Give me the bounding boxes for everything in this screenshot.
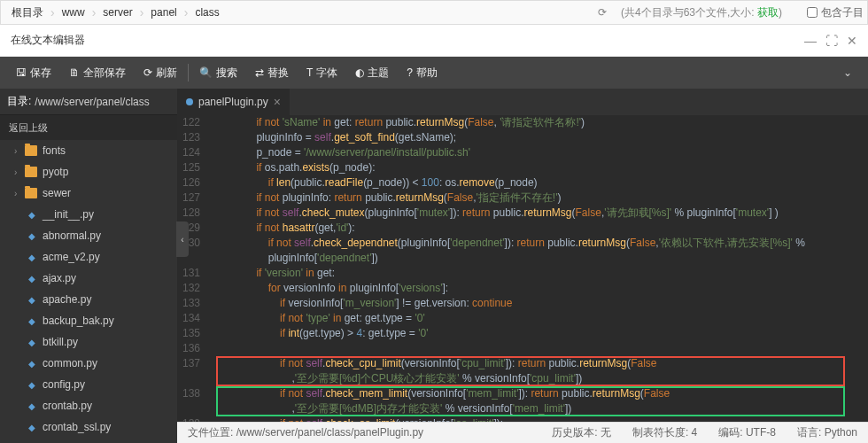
python-icon: ◆ bbox=[27, 294, 37, 305]
python-icon: ◆ bbox=[27, 337, 37, 347]
modal-title: 在线文本编辑器 bbox=[11, 33, 85, 48]
get-size-link[interactable]: 获取 bbox=[757, 6, 779, 19]
include-subdir[interactable]: 包含子目 bbox=[807, 5, 864, 20]
file-config-py[interactable]: ◆config.py bbox=[0, 374, 177, 395]
file-apache-py[interactable]: ◆apache.py bbox=[0, 289, 177, 310]
chevron-right-icon: › bbox=[14, 167, 23, 177]
file-data-py[interactable]: ◆data.py bbox=[0, 438, 177, 443]
file-crontab_ssl-py[interactable]: ◆crontab_ssl.py bbox=[0, 416, 177, 438]
save-all-icon: 🗎 bbox=[69, 66, 80, 79]
bc-server[interactable]: server bbox=[96, 6, 139, 19]
modified-dot-icon bbox=[186, 98, 193, 105]
file-common-py[interactable]: ◆common.py bbox=[0, 353, 177, 374]
close-icon[interactable]: ✕ bbox=[847, 34, 857, 48]
search-icon: 🔍 bbox=[199, 66, 213, 79]
maximize-icon[interactable]: ⛶ bbox=[825, 34, 838, 48]
toolbar-dropdown[interactable]: ⌄ bbox=[834, 66, 861, 79]
refresh-icon: ⟳ bbox=[143, 66, 152, 79]
folder-icon bbox=[25, 145, 37, 156]
replace-button[interactable]: ⇄替换 bbox=[246, 57, 298, 89]
python-icon: ◆ bbox=[27, 379, 37, 390]
refresh-icon[interactable]: ⟳ bbox=[591, 6, 614, 19]
folder-pyotp[interactable]: ›pyotp bbox=[0, 161, 177, 183]
python-icon: ◆ bbox=[27, 230, 37, 241]
folder-icon bbox=[25, 188, 37, 198]
minimize-icon[interactable]: — bbox=[804, 34, 817, 48]
save-button[interactable]: 🖫保存 bbox=[7, 57, 60, 89]
folder-sewer[interactable]: ›sewer bbox=[0, 183, 177, 204]
file-tree[interactable]: ›fonts›pyotp›sewer◆__init__.py◆abnormal.… bbox=[0, 140, 177, 443]
python-icon: ◆ bbox=[27, 422, 37, 432]
chevron-right-icon: › bbox=[14, 146, 23, 156]
status-lang[interactable]: 语言: Python bbox=[797, 425, 857, 440]
chevron-right-icon: › bbox=[14, 189, 23, 198]
status-history[interactable]: 历史版本: 无 bbox=[552, 425, 611, 440]
python-icon: ◆ bbox=[27, 273, 37, 284]
subdir-checkbox[interactable] bbox=[807, 7, 818, 18]
help-button[interactable]: ?帮助 bbox=[398, 57, 446, 89]
file-ajax-py[interactable]: ◆ajax.py bbox=[0, 268, 177, 289]
replace-icon: ⇄ bbox=[255, 66, 264, 79]
python-icon: ◆ bbox=[27, 252, 37, 262]
file-abnormal-py[interactable]: ◆abnormal.py bbox=[0, 225, 177, 246]
status-encoding[interactable]: 编码: UTF-8 bbox=[718, 425, 776, 440]
modal-titlebar: 在线文本编辑器 — ⛶ ✕ bbox=[0, 25, 868, 57]
theme-icon: ◐ bbox=[355, 66, 364, 79]
refresh-button[interactable]: ⟳刷新 bbox=[135, 57, 186, 89]
dir-info: (共4个目录与63个文件,大小: 获取) bbox=[614, 5, 789, 20]
python-icon: ◆ bbox=[27, 209, 37, 220]
bc-panel[interactable]: panel bbox=[143, 6, 183, 19]
folder-icon bbox=[25, 167, 37, 177]
sidebar-path-value: /www/server/panel/class bbox=[35, 96, 149, 108]
sidebar-path: 目录: /www/server/panel/class bbox=[0, 89, 177, 115]
breadcrumb: 根目录› www› server› panel› class ⟳ (共4个目录与… bbox=[0, 0, 868, 25]
python-icon: ◆ bbox=[27, 315, 37, 326]
font-icon: T bbox=[306, 66, 313, 79]
python-icon: ◆ bbox=[27, 358, 37, 369]
tabs: panelPlugin.py × bbox=[177, 89, 868, 115]
status-tabsize[interactable]: 制表符长度: 4 bbox=[632, 425, 697, 440]
file-backup_bak-py[interactable]: ◆backup_bak.py bbox=[0, 310, 177, 331]
status-path: 文件位置: /www/server/panel/class/panelPlugi… bbox=[188, 425, 423, 440]
code-content[interactable]: if not 'sName' in get: return public.ret… bbox=[209, 115, 868, 422]
file-acme_v2-py[interactable]: ◆acme_v2.py bbox=[0, 246, 177, 268]
line-gutter: 1221231241251261271281291301311321331341… bbox=[177, 115, 209, 422]
statusbar: 文件位置: /www/server/panel/class/panelPlugi… bbox=[177, 422, 868, 443]
tab-close-icon[interactable]: × bbox=[274, 95, 281, 109]
folder-fonts[interactable]: ›fonts bbox=[0, 140, 177, 161]
python-icon: ◆ bbox=[27, 400, 37, 411]
bc-root[interactable]: 根目录 bbox=[4, 5, 50, 20]
save-icon: 🖫 bbox=[16, 66, 27, 79]
sidebar: 目录: /www/server/panel/class 返回上级 ›fonts›… bbox=[0, 89, 177, 443]
help-icon: ? bbox=[407, 66, 413, 79]
code-area[interactable]: 1221231241251261271281291301311321331341… bbox=[177, 115, 868, 422]
file-btkill-py[interactable]: ◆btkill.py bbox=[0, 331, 177, 353]
toolbar: 🖫保存 🗎全部保存 ⟳刷新 🔍搜索 ⇄替换 T字体 ◐主题 ?帮助 ⌄ bbox=[0, 57, 868, 89]
bc-class[interactable]: class bbox=[188, 6, 226, 19]
save-all-button[interactable]: 🗎全部保存 bbox=[60, 57, 135, 89]
file-crontab-py[interactable]: ◆crontab.py bbox=[0, 395, 177, 416]
file-__init__-py[interactable]: ◆__init__.py bbox=[0, 204, 177, 225]
editor: ‹ panelPlugin.py × 122123124125126127128… bbox=[177, 89, 868, 443]
collapse-sidebar-icon[interactable]: ‹ bbox=[176, 222, 189, 257]
bc-www[interactable]: www bbox=[55, 6, 92, 19]
theme-button[interactable]: ◐主题 bbox=[346, 57, 398, 89]
search-button[interactable]: 🔍搜索 bbox=[190, 57, 246, 89]
back-button[interactable]: 返回上级 bbox=[0, 115, 177, 140]
font-button[interactable]: T字体 bbox=[298, 57, 346, 89]
tab-panelplugin[interactable]: panelPlugin.py × bbox=[177, 89, 290, 115]
